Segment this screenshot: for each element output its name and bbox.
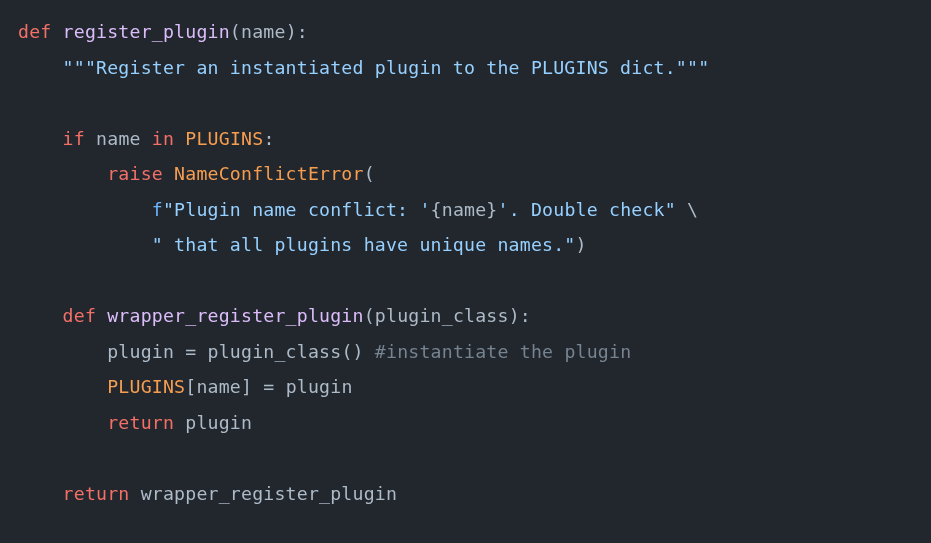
function-name: register_plugin: [63, 21, 230, 42]
identifier: plugin: [185, 412, 252, 433]
space: [85, 128, 96, 149]
operator-assign: =: [174, 341, 207, 362]
paren-open: (: [364, 163, 375, 184]
indent: [18, 199, 152, 220]
string-part: '. Double check": [498, 199, 676, 220]
keyword-return: return: [63, 483, 130, 504]
keyword-def: def: [18, 21, 51, 42]
space: [163, 163, 174, 184]
indent: [18, 234, 152, 255]
bracket-close: ]: [241, 376, 252, 397]
param-name: name: [241, 21, 286, 42]
identifier-name: name: [196, 376, 241, 397]
comment: #instantiate the plugin: [375, 341, 631, 362]
paren-close: ): [576, 234, 587, 255]
fstring-brace-open: {: [431, 199, 442, 220]
call-parens: (): [341, 341, 363, 362]
space: [174, 412, 185, 433]
identifier: plugin: [286, 376, 353, 397]
colon: :: [263, 128, 274, 149]
function-name: wrapper_register_plugin: [107, 305, 363, 326]
indent: [18, 341, 107, 362]
identifier-name: name: [96, 128, 141, 149]
string-part: "Plugin name conflict: ': [163, 199, 431, 220]
code-line: if name in PLUGINS:: [18, 128, 275, 149]
code-line: " that all plugins have unique names."): [18, 234, 587, 255]
code-line: return plugin: [18, 412, 252, 433]
fstring-expr: name: [442, 199, 487, 220]
identifier: wrapper_register_plugin: [141, 483, 397, 504]
space: [174, 128, 185, 149]
call-target: plugin_class: [208, 341, 342, 362]
operator-assign: =: [252, 376, 285, 397]
space: [51, 21, 62, 42]
space: [96, 305, 107, 326]
paren-open: (: [364, 305, 375, 326]
indent: [18, 305, 63, 326]
code-line: return wrapper_register_plugin: [18, 483, 397, 504]
docstring: """Register an instantiated plugin to th…: [63, 57, 710, 78]
indent: [18, 376, 107, 397]
code-line: def wrapper_register_plugin(plugin_class…: [18, 305, 531, 326]
code-line: def register_plugin(name):: [18, 21, 308, 42]
param-name: plugin_class: [375, 305, 509, 326]
space: [130, 483, 141, 504]
paren-close: ):: [286, 21, 308, 42]
fstring-prefix: f: [152, 199, 163, 220]
indent: [18, 412, 107, 433]
code-line: """Register an instantiated plugin to th…: [18, 57, 709, 78]
identifier: plugin: [107, 341, 174, 362]
space: [141, 128, 152, 149]
indent: [18, 483, 63, 504]
code-editor[interactable]: def register_plugin(name): """Register a…: [0, 0, 931, 511]
indent: [18, 57, 63, 78]
identifier-plugins: PLUGINS: [107, 376, 185, 397]
keyword-raise: raise: [107, 163, 163, 184]
keyword-in: in: [152, 128, 174, 149]
code-line: f"Plugin name conflict: '{name}'. Double…: [18, 199, 698, 220]
code-line: PLUGINS[name] = plugin: [18, 376, 353, 397]
code-line: plugin = plugin_class() #instantiate the…: [18, 341, 631, 362]
string-part: " that all plugins have unique names.": [152, 234, 576, 255]
line-continuation: \: [676, 199, 698, 220]
indent: [18, 163, 107, 184]
keyword-return: return: [107, 412, 174, 433]
bracket-open: [: [185, 376, 196, 397]
keyword-if: if: [63, 128, 85, 149]
fstring-brace-close: }: [486, 199, 497, 220]
space: [364, 341, 375, 362]
keyword-def: def: [63, 305, 96, 326]
code-line: raise NameConflictError(: [18, 163, 375, 184]
indent: [18, 128, 63, 149]
paren-close: ):: [509, 305, 531, 326]
paren-open: (: [230, 21, 241, 42]
identifier-plugins: PLUGINS: [185, 128, 263, 149]
exception-class: NameConflictError: [174, 163, 364, 184]
